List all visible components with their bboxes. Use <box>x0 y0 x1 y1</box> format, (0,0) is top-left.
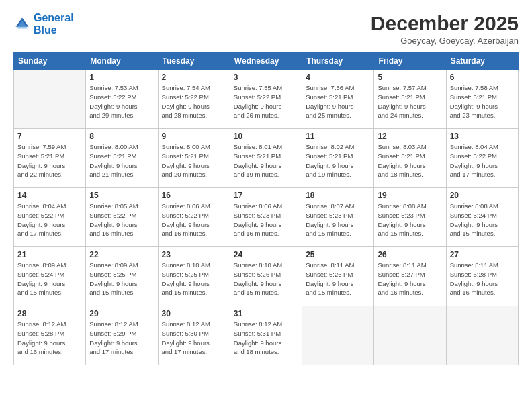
calendar-week-2: 7Sunrise: 7:59 AM Sunset: 5:21 PM Daylig… <box>14 129 519 188</box>
day-number: 17 <box>234 191 298 200</box>
day-number: 21 <box>17 250 82 259</box>
logo-text: General Blue <box>34 12 74 36</box>
calendar-cell: 1Sunrise: 7:53 AM Sunset: 5:22 PM Daylig… <box>86 70 158 129</box>
calendar-cell: 12Sunrise: 8:03 AM Sunset: 5:21 PM Dayli… <box>374 129 446 188</box>
day-number: 8 <box>89 132 154 141</box>
calendar-cell <box>302 306 374 365</box>
day-number: 6 <box>450 73 515 82</box>
day-detail: Sunrise: 8:02 AM Sunset: 5:21 PM Dayligh… <box>306 142 370 179</box>
calendar-table: SundayMondayTuesdayWednesdayThursdayFrid… <box>13 52 519 365</box>
day-detail: Sunrise: 8:11 AM Sunset: 5:27 PM Dayligh… <box>378 261 442 298</box>
calendar-cell: 27Sunrise: 8:11 AM Sunset: 5:28 PM Dayli… <box>446 247 518 306</box>
day-number: 14 <box>17 191 82 200</box>
day-detail: Sunrise: 8:03 AM Sunset: 5:21 PM Dayligh… <box>378 142 442 179</box>
calendar-week-3: 14Sunrise: 8:04 AM Sunset: 5:22 PM Dayli… <box>14 188 519 247</box>
calendar-cell: 23Sunrise: 8:10 AM Sunset: 5:25 PM Dayli… <box>158 247 230 306</box>
header: General Blue December 2025 Goeycay, Goey… <box>13 12 519 46</box>
day-number: 25 <box>306 250 370 259</box>
day-detail: Sunrise: 8:00 AM Sunset: 5:21 PM Dayligh… <box>162 142 226 179</box>
calendar-cell: 13Sunrise: 8:04 AM Sunset: 5:22 PM Dayli… <box>446 129 518 188</box>
day-detail: Sunrise: 7:57 AM Sunset: 5:21 PM Dayligh… <box>378 83 442 120</box>
header-wednesday: Wednesday <box>230 53 302 70</box>
calendar-cell: 24Sunrise: 8:10 AM Sunset: 5:26 PM Dayli… <box>230 247 302 306</box>
calendar-cell: 18Sunrise: 8:07 AM Sunset: 5:23 PM Dayli… <box>302 188 374 247</box>
day-number: 7 <box>17 132 82 141</box>
day-number: 27 <box>450 250 515 259</box>
day-detail: Sunrise: 8:04 AM Sunset: 5:22 PM Dayligh… <box>17 201 82 238</box>
day-detail: Sunrise: 8:12 AM Sunset: 5:31 PM Dayligh… <box>234 320 298 357</box>
day-detail: Sunrise: 8:05 AM Sunset: 5:22 PM Dayligh… <box>89 201 154 238</box>
day-detail: Sunrise: 8:10 AM Sunset: 5:26 PM Dayligh… <box>234 261 298 298</box>
calendar-cell: 30Sunrise: 8:12 AM Sunset: 5:30 PM Dayli… <box>158 306 230 365</box>
day-detail: Sunrise: 8:06 AM Sunset: 5:22 PM Dayligh… <box>162 201 226 238</box>
calendar-cell: 22Sunrise: 8:09 AM Sunset: 5:25 PM Dayli… <box>86 247 158 306</box>
day-number: 1 <box>89 73 154 82</box>
day-detail: Sunrise: 7:56 AM Sunset: 5:21 PM Dayligh… <box>306 83 370 120</box>
page: General Blue December 2025 Goeycay, Goey… <box>0 0 532 411</box>
day-detail: Sunrise: 8:06 AM Sunset: 5:23 PM Dayligh… <box>234 201 298 238</box>
day-number: 23 <box>162 250 226 259</box>
calendar-cell: 4Sunrise: 7:56 AM Sunset: 5:21 PM Daylig… <box>302 70 374 129</box>
calendar-header-row: SundayMondayTuesdayWednesdayThursdayFrid… <box>14 53 519 70</box>
header-tuesday: Tuesday <box>158 53 230 70</box>
header-friday: Friday <box>374 53 446 70</box>
calendar-cell: 7Sunrise: 7:59 AM Sunset: 5:21 PM Daylig… <box>14 129 86 188</box>
day-detail: Sunrise: 8:10 AM Sunset: 5:25 PM Dayligh… <box>162 261 226 298</box>
header-thursday: Thursday <box>302 53 374 70</box>
day-number: 13 <box>450 132 515 141</box>
day-number: 18 <box>306 191 370 200</box>
calendar-cell: 9Sunrise: 8:00 AM Sunset: 5:21 PM Daylig… <box>158 129 230 188</box>
day-detail: Sunrise: 8:12 AM Sunset: 5:30 PM Dayligh… <box>162 320 226 357</box>
day-detail: Sunrise: 8:09 AM Sunset: 5:25 PM Dayligh… <box>89 261 154 298</box>
calendar-cell: 28Sunrise: 8:12 AM Sunset: 5:28 PM Dayli… <box>14 306 86 365</box>
logo-icon <box>15 17 30 32</box>
calendar-cell: 5Sunrise: 7:57 AM Sunset: 5:21 PM Daylig… <box>374 70 446 129</box>
day-detail: Sunrise: 8:12 AM Sunset: 5:28 PM Dayligh… <box>17 320 82 357</box>
header-monday: Monday <box>86 53 158 70</box>
day-number: 9 <box>162 132 226 141</box>
calendar-week-5: 28Sunrise: 8:12 AM Sunset: 5:28 PM Dayli… <box>14 306 519 365</box>
calendar-week-4: 21Sunrise: 8:09 AM Sunset: 5:24 PM Dayli… <box>14 247 519 306</box>
day-detail: Sunrise: 7:58 AM Sunset: 5:21 PM Dayligh… <box>450 83 515 120</box>
day-detail: Sunrise: 8:01 AM Sunset: 5:21 PM Dayligh… <box>234 142 298 179</box>
day-number: 4 <box>306 73 370 82</box>
calendar-cell: 16Sunrise: 8:06 AM Sunset: 5:22 PM Dayli… <box>158 188 230 247</box>
calendar-cell: 14Sunrise: 8:04 AM Sunset: 5:22 PM Dayli… <box>14 188 86 247</box>
day-number: 28 <box>17 309 82 318</box>
day-detail: Sunrise: 7:59 AM Sunset: 5:21 PM Dayligh… <box>17 142 82 179</box>
day-number: 20 <box>450 191 515 200</box>
calendar-cell: 20Sunrise: 8:08 AM Sunset: 5:24 PM Dayli… <box>446 188 518 247</box>
day-number: 24 <box>234 250 298 259</box>
calendar-cell <box>14 70 86 129</box>
day-detail: Sunrise: 8:12 AM Sunset: 5:29 PM Dayligh… <box>89 320 154 357</box>
header-sunday: Sunday <box>14 53 86 70</box>
day-number: 11 <box>306 132 370 141</box>
day-number: 5 <box>378 73 442 82</box>
calendar-cell: 8Sunrise: 8:00 AM Sunset: 5:21 PM Daylig… <box>86 129 158 188</box>
calendar-cell: 19Sunrise: 8:08 AM Sunset: 5:23 PM Dayli… <box>374 188 446 247</box>
day-detail: Sunrise: 7:53 AM Sunset: 5:22 PM Dayligh… <box>89 83 154 120</box>
day-detail: Sunrise: 7:54 AM Sunset: 5:22 PM Dayligh… <box>162 83 226 120</box>
header-saturday: Saturday <box>446 53 518 70</box>
calendar-cell: 2Sunrise: 7:54 AM Sunset: 5:22 PM Daylig… <box>158 70 230 129</box>
calendar-cell: 15Sunrise: 8:05 AM Sunset: 5:22 PM Dayli… <box>86 188 158 247</box>
day-detail: Sunrise: 8:07 AM Sunset: 5:23 PM Dayligh… <box>306 201 370 238</box>
day-detail: Sunrise: 8:08 AM Sunset: 5:23 PM Dayligh… <box>378 201 442 238</box>
day-number: 16 <box>162 191 226 200</box>
day-detail: Sunrise: 8:08 AM Sunset: 5:24 PM Dayligh… <box>450 201 515 238</box>
calendar-cell: 29Sunrise: 8:12 AM Sunset: 5:29 PM Dayli… <box>86 306 158 365</box>
day-number: 15 <box>89 191 154 200</box>
day-number: 12 <box>378 132 442 141</box>
day-detail: Sunrise: 8:11 AM Sunset: 5:26 PM Dayligh… <box>306 261 370 298</box>
calendar-cell: 17Sunrise: 8:06 AM Sunset: 5:23 PM Dayli… <box>230 188 302 247</box>
month-title: December 2025 <box>371 12 519 34</box>
day-detail: Sunrise: 8:09 AM Sunset: 5:24 PM Dayligh… <box>17 261 82 298</box>
day-detail: Sunrise: 7:55 AM Sunset: 5:22 PM Dayligh… <box>234 83 298 120</box>
title-block: December 2025 Goeycay, Goeycay, Azerbaij… <box>371 12 519 46</box>
calendar-cell: 21Sunrise: 8:09 AM Sunset: 5:24 PM Dayli… <box>14 247 86 306</box>
calendar-week-1: 1Sunrise: 7:53 AM Sunset: 5:22 PM Daylig… <box>14 70 519 129</box>
day-number: 3 <box>234 73 298 82</box>
day-number: 2 <box>162 73 226 82</box>
day-number: 26 <box>378 250 442 259</box>
day-number: 10 <box>234 132 298 141</box>
